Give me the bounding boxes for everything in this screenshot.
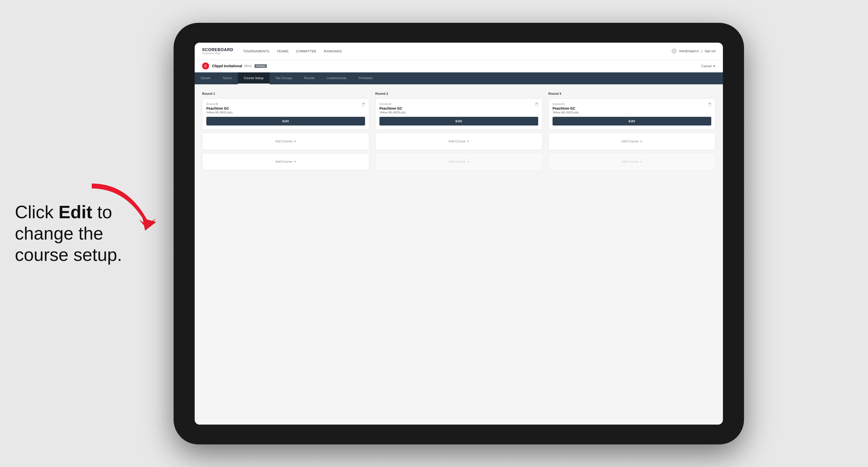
logo-area: SCOREBOARD Powered by clippd — [202, 48, 234, 55]
round-1-add-plus-1-icon: + — [294, 139, 296, 144]
round-1-delete-icon[interactable] — [361, 102, 366, 107]
cancel-x-icon: ✕ — [713, 64, 715, 68]
round-2-course-name: Peachtree GC — [379, 106, 538, 111]
main-content: Round 1 (Course A) Peachtree GC Yellow (… — [195, 84, 723, 425]
round-3-edit-button[interactable]: Edit — [553, 117, 711, 125]
round-1-course-details: Yellow (M) (6629 yds) — [206, 111, 365, 114]
logo-subtitle: Powered by clippd — [202, 52, 234, 55]
round-1-label: Round 1 — [202, 92, 369, 95]
svg-rect-3 — [363, 103, 365, 105]
nav-right: blair@clippd.io | Sign out — [671, 49, 715, 54]
round-3-add-plus-2-icon: + — [640, 159, 642, 164]
tab-tee-groups[interactable]: Tee Groups — [270, 72, 298, 84]
round-3-label: Round 3 — [548, 92, 715, 95]
round-2-add-course-2: Add Course + — [375, 153, 542, 170]
round-3-add-course-2: Add Course + — [548, 153, 715, 170]
nav-tournaments[interactable]: TOURNAMENTS — [243, 49, 270, 53]
round-3-course-name: Peachtree GC — [553, 106, 711, 111]
tournament-name: Clippd Invitational — [212, 64, 242, 68]
round-1-course-name: Peachtree GC — [206, 106, 365, 111]
round-2-column: Round 2 (Course A) Peachtree GC Yellow (… — [375, 92, 542, 174]
tab-printables[interactable]: Printables — [352, 72, 379, 84]
round-1-edit-button[interactable]: Edit — [206, 117, 365, 125]
user-avatar-icon — [671, 49, 677, 54]
round-2-add-course-1-text: Add Course — [448, 139, 465, 143]
tab-leaderboards[interactable]: Leaderboards — [321, 72, 352, 84]
hosting-badge: Hosting — [254, 64, 267, 68]
round-2-add-plus-1-icon: + — [467, 139, 469, 144]
sign-out-link[interactable]: Sign out — [705, 49, 715, 53]
round-3-delete-icon[interactable] — [707, 102, 712, 107]
round-2-add-course-2-text: Add Course — [448, 160, 465, 163]
round-2-add-course-1[interactable]: Add Course + — [375, 133, 542, 150]
nav-teams[interactable]: TEAMS — [277, 49, 288, 53]
round-3-column: Round 3 (Course A) Peachtree GC Yellow (… — [548, 92, 715, 174]
tournament-logo-icon: C — [202, 62, 209, 69]
top-navigation: SCOREBOARD Powered by clippd TOURNAMENTS… — [195, 43, 723, 60]
round-2-label: Round 2 — [375, 92, 542, 95]
nav-links: TOURNAMENTS TEAMS COMMITTEE RANKINGS — [243, 49, 671, 53]
round-3-course-card: (Course A) Peachtree GC Yellow (M) (6629… — [548, 98, 715, 130]
tab-bar: Details Teams Course Setup Tee Groups Re… — [195, 72, 723, 84]
round-2-edit-button[interactable]: Edit — [379, 117, 538, 125]
round-1-column: Round 1 (Course A) Peachtree GC Yellow (… — [202, 92, 369, 174]
round-3-add-course-1-text: Add Course — [621, 139, 639, 143]
round-3-add-plus-1-icon: + — [640, 139, 642, 144]
tablet-device: SCOREBOARD Powered by clippd TOURNAMENTS… — [174, 23, 744, 444]
tab-teams[interactable]: Teams — [217, 72, 238, 84]
round-1-add-plus-2-icon: + — [294, 159, 296, 164]
tablet-screen: SCOREBOARD Powered by clippd TOURNAMENTS… — [195, 43, 723, 425]
round-3-add-course-1[interactable]: Add Course + — [548, 133, 715, 150]
round-1-course-tag: (Course A) — [206, 103, 365, 105]
tab-course-setup[interactable]: Course Setup — [238, 72, 270, 84]
nav-separator: | — [701, 49, 702, 53]
round-2-course-tag: (Course A) — [379, 103, 538, 105]
round-2-delete-icon[interactable] — [534, 102, 539, 107]
scoreboard-logo: SCOREBOARD — [202, 48, 234, 52]
nav-committee[interactable]: COMMITTEE — [296, 49, 317, 53]
round-2-course-card: (Course A) Peachtree GC Yellow (M) (6629… — [375, 98, 542, 130]
round-1-add-course-1[interactable]: Add Course + — [202, 133, 369, 150]
round-1-add-course-2[interactable]: Add Course + — [202, 153, 369, 170]
round-1-add-course-1-text: Add Course — [275, 139, 292, 143]
svg-rect-6 — [536, 103, 538, 105]
round-2-course-details: Yellow (M) (6629 yds) — [379, 111, 538, 114]
round-3-course-details: Yellow (M) (6629 yds) — [553, 111, 711, 114]
round-1-add-course-2-text: Add Course — [275, 160, 292, 163]
tournament-gender: (Men) — [244, 64, 252, 68]
tab-results[interactable]: Results — [298, 72, 321, 84]
round-2-add-plus-2-icon: + — [467, 159, 469, 164]
round-3-course-tag: (Course A) — [553, 103, 711, 105]
round-1-course-card: (Course A) Peachtree GC Yellow (M) (6629… — [202, 98, 369, 130]
tournament-bar: C Clippd Invitational (Men) Hosting Canc… — [195, 60, 723, 72]
nav-rankings[interactable]: RANKINGS — [324, 49, 342, 53]
cancel-button[interactable]: Cancel ✕ — [702, 64, 715, 68]
tab-details[interactable]: Details — [195, 72, 217, 84]
svg-rect-9 — [709, 103, 711, 105]
user-email: blair@clippd.io — [679, 49, 699, 53]
rounds-grid: Round 1 (Course A) Peachtree GC Yellow (… — [202, 92, 715, 174]
round-3-add-course-2-text: Add Course — [621, 160, 639, 163]
